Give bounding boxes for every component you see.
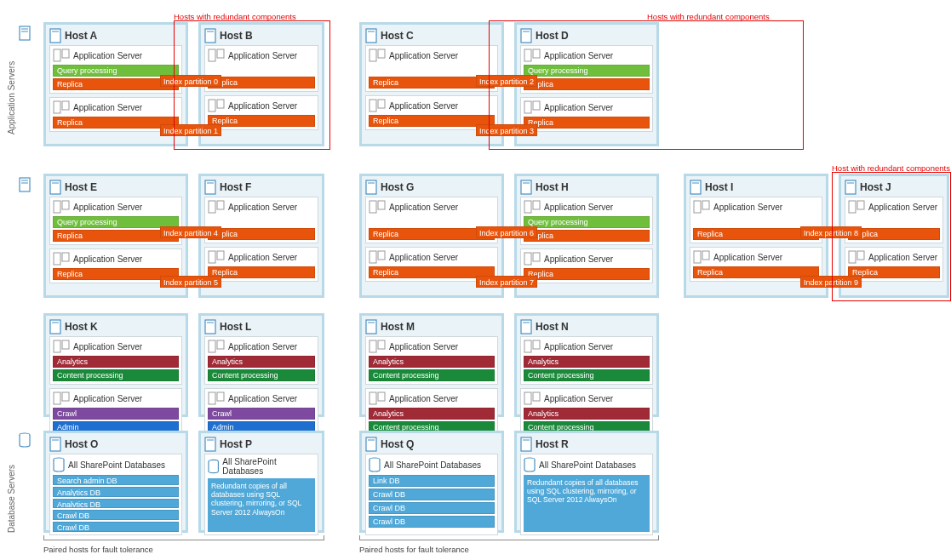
replica: Replica — [208, 228, 315, 240]
appserver-icon — [208, 49, 225, 62]
svg-rect-35 — [54, 253, 60, 265]
svg-rect-11 — [54, 101, 60, 113]
svg-rect-37 — [205, 180, 215, 194]
index-partition-3: Index partition 3 — [476, 124, 537, 136]
db-item: Crawl DB — [53, 522, 179, 532]
host-label: Host J — [860, 181, 891, 193]
svg-rect-33 — [54, 201, 60, 213]
index-partition-8: Index partition 8 — [800, 226, 862, 238]
app-server: Application ServerAnalyticsContent proce… — [204, 336, 318, 385]
server-icon — [520, 28, 532, 43]
appserver-icon — [208, 391, 225, 405]
appserver-icon — [848, 200, 865, 214]
appserver-icon — [208, 99, 225, 112]
appserver-icon — [208, 340, 225, 353]
server-icon — [49, 319, 61, 334]
query-processing: Query processing — [524, 216, 650, 228]
replica: Replica — [208, 266, 315, 278]
svg-rect-57 — [694, 201, 701, 213]
app-server: Application ServerReplica — [204, 247, 318, 282]
index-partition-4: Index partition 4 — [160, 226, 221, 238]
app-server: Application ServerAnalyticsContent proce… — [365, 388, 498, 437]
server-icon — [204, 319, 216, 334]
svg-rect-71 — [54, 392, 60, 404]
replica: Replica — [848, 228, 940, 240]
app-server: Application ServerCrawlAdmin — [204, 388, 318, 437]
redundant-label-2: Hosts with redundant components — [647, 12, 770, 21]
svg-rect-53 — [524, 253, 531, 265]
content-processing: Content processing — [369, 369, 495, 381]
svg-rect-97 — [366, 437, 376, 451]
server-icon — [365, 437, 377, 452]
host-q: Host Q All SharePoint Databases Link DB … — [359, 431, 504, 533]
app-server-label: Application Server — [389, 203, 458, 212]
host-label: Host R — [536, 438, 569, 450]
app-server: Application Server Replica — [204, 95, 318, 130]
svg-rect-23 — [370, 100, 376, 111]
app-server: Application ServerAnalyticsContent proce… — [49, 336, 182, 385]
server-icon — [204, 180, 216, 195]
db-servers-label: Database Servers — [7, 431, 16, 533]
app-server-label: Application Server — [544, 342, 613, 351]
svg-rect-52 — [533, 201, 540, 209]
server-icon — [365, 319, 377, 334]
host-label: Host G — [381, 181, 414, 193]
svg-rect-43 — [366, 180, 376, 194]
host-label: Host F — [220, 181, 251, 193]
appserver-icon — [524, 100, 541, 114]
svg-rect-85 — [521, 320, 531, 334]
analytics: Analytics — [208, 356, 315, 368]
appserver-icon — [524, 340, 541, 353]
database-icon — [208, 459, 219, 474]
replica: Replica — [524, 78, 650, 90]
redundant-label-1: Hosts with redundant components — [174, 12, 296, 21]
app-server-label: Application Server — [73, 203, 142, 212]
server-icon — [520, 180, 532, 195]
svg-rect-16 — [217, 49, 224, 58]
svg-rect-22 — [378, 49, 385, 58]
host-label: Host Q — [381, 438, 414, 450]
database-icon — [53, 457, 65, 472]
host-label: Host N — [536, 321, 569, 333]
svg-rect-27 — [524, 49, 531, 61]
svg-rect-55 — [690, 180, 701, 194]
appserver-icon — [369, 200, 386, 214]
app-server-label: Application Server — [544, 51, 613, 60]
appserver-icon — [53, 100, 70, 114]
app-server: Application ServerCrawlAdmin — [49, 388, 182, 437]
svg-rect-83 — [370, 392, 376, 404]
host-label: Host L — [220, 321, 251, 333]
svg-rect-90 — [533, 392, 540, 401]
pair-label-1: Paired hosts for fault tolerance — [43, 545, 153, 554]
svg-rect-88 — [533, 340, 540, 349]
svg-rect-45 — [370, 201, 376, 213]
replica: Replica — [524, 117, 650, 129]
svg-rect-54 — [533, 253, 540, 261]
svg-rect-64 — [857, 201, 864, 209]
svg-rect-87 — [524, 340, 531, 352]
db-container: All SharePoint Databases Redundant copie… — [204, 454, 318, 535]
app-server-label: Application Server — [713, 203, 782, 212]
svg-rect-79 — [366, 320, 376, 334]
appserver-icon — [208, 250, 225, 264]
server-icon — [19, 177, 31, 192]
svg-rect-24 — [378, 100, 385, 108]
svg-rect-75 — [209, 340, 215, 352]
db-item: Crawl DB — [369, 489, 495, 500]
app-server-label: Application Server — [228, 101, 297, 111]
host-k: Host K Application ServerAnalyticsConten… — [43, 313, 188, 417]
db-note: Redundant copies of all databases using … — [208, 478, 315, 532]
replica: Replica — [524, 268, 650, 280]
app-server-label: Application Server — [868, 253, 937, 262]
app-server: Application ServerAnalyticsContent proce… — [520, 336, 653, 385]
server-icon — [204, 28, 216, 43]
host-o: Host O All SharePoint Databases Search a… — [43, 431, 188, 533]
app-server-label: Application Server — [228, 253, 297, 262]
db-item: Crawl DB — [369, 516, 495, 528]
app-server-label: Application Server — [73, 254, 142, 264]
svg-rect-72 — [62, 392, 69, 401]
host-l: Host L Application ServerAnalyticsConten… — [198, 313, 324, 417]
svg-rect-39 — [209, 201, 215, 213]
svg-rect-12 — [62, 101, 69, 110]
app-server-label: Application Server — [544, 103, 613, 112]
